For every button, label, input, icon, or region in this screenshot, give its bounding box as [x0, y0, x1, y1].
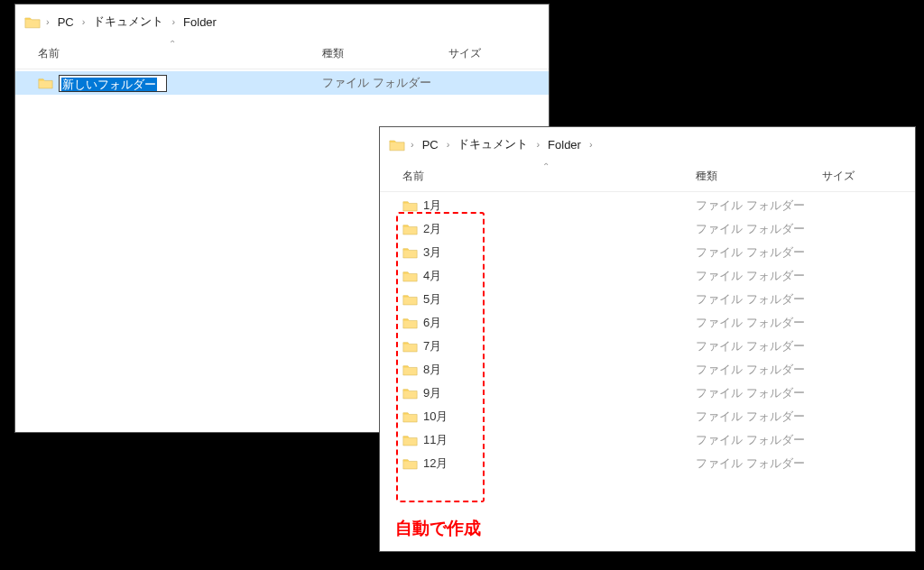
chevron-right-icon: › [587, 139, 595, 150]
breadcrumb-documents[interactable]: ドキュメント [455, 134, 531, 154]
folder-icon [402, 410, 418, 423]
folder-icon [402, 270, 418, 282]
file-row-new-folder[interactable]: 新しいフォルダー ファイル フォルダー [15, 71, 549, 95]
folder-icon [402, 340, 418, 353]
file-row[interactable]: 6月ファイル フォルダー [380, 311, 915, 335]
breadcrumb-documents[interactable]: ドキュメント [90, 12, 166, 32]
file-name-label: 8月 [423, 362, 441, 378]
breadcrumb[interactable]: › PC › ドキュメント › Folder [15, 5, 549, 41]
chevron-right-icon: › [80, 16, 88, 27]
sort-indicator-icon: ⌃ [169, 39, 176, 49]
file-name-label: 2月 [423, 221, 441, 237]
column-headers: ⌃ 名前 種類 サイズ [15, 41, 549, 69]
file-name-label: 11月 [423, 432, 448, 448]
file-type-label: ファイル フォルダー [696, 362, 849, 378]
rename-input[interactable]: 新しいフォルダー [59, 75, 167, 92]
folder-icon [38, 77, 53, 89]
file-row[interactable]: 9月ファイル フォルダー [380, 382, 915, 405]
column-header-type[interactable]: 種類 [696, 169, 822, 184]
folder-icon [402, 199, 418, 212]
column-header-size[interactable]: サイズ [448, 46, 503, 61]
breadcrumb-folder[interactable]: Folder [545, 136, 584, 153]
file-type-label: ファイル フォルダー [696, 455, 849, 472]
breadcrumb[interactable]: › PC › ドキュメント › Folder › [380, 127, 915, 163]
file-type-label: ファイル フォルダー [696, 409, 849, 425]
file-name-label: 10月 [423, 409, 448, 425]
chevron-right-icon: › [409, 139, 416, 150]
caption-auto-create: 自動で作成 [395, 517, 481, 540]
folder-icon [402, 363, 418, 376]
breadcrumb-pc[interactable]: PC [420, 136, 441, 153]
file-name-label: 5月 [423, 291, 441, 308]
folder-icon [402, 293, 418, 306]
file-type-label: ファイル フォルダー [696, 291, 849, 308]
file-row[interactable]: 8月ファイル フォルダー [380, 358, 915, 382]
file-type-label: ファイル フォルダー [696, 221, 849, 237]
file-row[interactable]: 7月ファイル フォルダー [380, 335, 915, 358]
column-header-type[interactable]: 種類 [322, 46, 448, 61]
column-header-name[interactable]: 名前 [380, 169, 696, 184]
folder-icon [402, 434, 418, 446]
folder-icon [402, 223, 418, 235]
file-name-label: 3月 [423, 244, 441, 261]
file-name-label: 9月 [423, 385, 441, 401]
file-row[interactable]: 10月ファイル フォルダー [380, 405, 915, 428]
chevron-right-icon: › [170, 16, 177, 27]
folder-icon [402, 457, 418, 470]
file-list[interactable]: 1月ファイル フォルダー2月ファイル フォルダー3月ファイル フォルダー4月ファ… [380, 192, 915, 475]
file-row[interactable]: 12月ファイル フォルダー [380, 452, 915, 475]
file-type-label: ファイル フォルダー [696, 198, 849, 214]
file-list[interactable]: 新しいフォルダー ファイル フォルダー [15, 69, 549, 95]
chevron-right-icon: › [445, 139, 452, 150]
sort-indicator-icon: ⌃ [542, 161, 550, 171]
explorer-window-after: › PC › ドキュメント › Folder › ⌃ 名前 種類 サイズ 1月フ… [379, 126, 916, 552]
column-header-size[interactable]: サイズ [822, 169, 876, 184]
file-name-label: 1月 [423, 198, 441, 214]
file-type-label: ファイル フォルダー [696, 315, 849, 331]
file-name-label: 7月 [423, 338, 441, 354]
column-headers: ⌃ 名前 種類 サイズ [380, 163, 915, 192]
file-type-label: ファイル フォルダー [696, 268, 849, 284]
file-row[interactable]: 11月ファイル フォルダー [380, 428, 915, 452]
breadcrumb-folder[interactable]: Folder [180, 14, 219, 31]
file-row[interactable]: 3月ファイル フォルダー [380, 241, 915, 264]
file-row[interactable]: 4月ファイル フォルダー [380, 264, 915, 288]
breadcrumb-pc[interactable]: PC [55, 14, 77, 31]
file-row[interactable]: 2月ファイル フォルダー [380, 217, 915, 241]
folder-icon [389, 138, 405, 152]
folder-icon [402, 317, 418, 329]
folder-icon [402, 387, 418, 400]
folder-icon [24, 15, 41, 29]
file-type-label: ファイル フォルダー [696, 338, 849, 354]
file-type-label: ファイル フォルダー [322, 75, 476, 91]
chevron-right-icon: › [44, 16, 51, 27]
file-type-label: ファイル フォルダー [696, 244, 849, 261]
chevron-right-icon: › [534, 139, 541, 150]
file-type-label: ファイル フォルダー [696, 385, 849, 401]
file-name-label: 6月 [423, 315, 441, 331]
file-row[interactable]: 5月ファイル フォルダー [380, 288, 915, 311]
rename-input-text: 新しいフォルダー [61, 78, 157, 91]
file-type-label: ファイル フォルダー [696, 432, 849, 448]
file-name-label: 12月 [423, 455, 448, 472]
file-row[interactable]: 1月ファイル フォルダー [380, 194, 915, 217]
file-name-label: 4月 [423, 268, 441, 284]
folder-icon [402, 246, 418, 259]
